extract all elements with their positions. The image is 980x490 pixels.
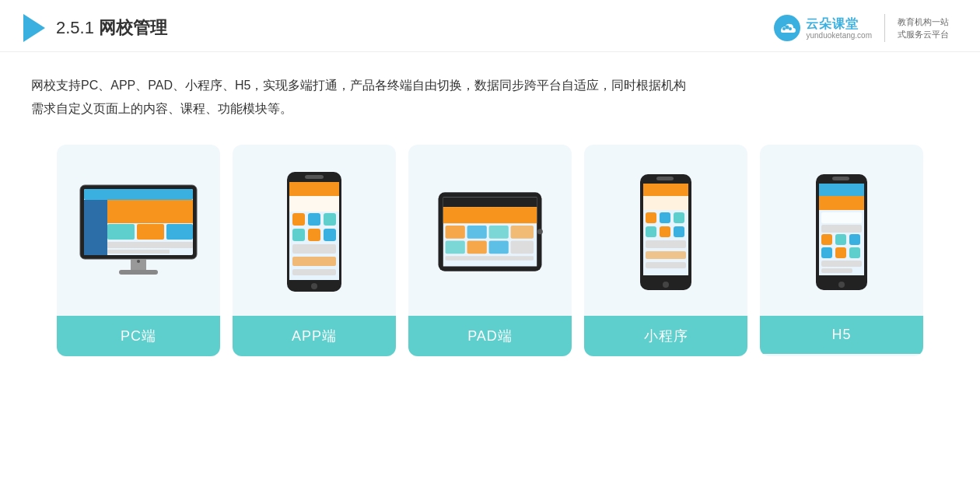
brand-slogan: 教育机构一站 式服务云平台	[898, 16, 949, 41]
svg-rect-22	[292, 213, 305, 226]
header-right: 云朵课堂 yunduoketang.com 教育机构一站 式服务云平台	[773, 14, 949, 42]
svg-rect-71	[835, 234, 846, 245]
svg-rect-29	[292, 257, 336, 266]
svg-rect-42	[446, 241, 465, 254]
svg-point-35	[537, 229, 543, 234]
svg-point-1	[782, 27, 786, 30]
svg-rect-57	[674, 226, 684, 237]
svg-rect-54	[674, 212, 684, 223]
svg-rect-77	[821, 268, 852, 273]
svg-rect-73	[821, 247, 832, 258]
svg-rect-72	[849, 234, 860, 245]
svg-rect-39	[467, 226, 487, 239]
svg-rect-37	[443, 207, 537, 223]
svg-rect-68	[821, 212, 862, 223]
svg-rect-25	[292, 229, 305, 241]
svg-rect-49	[656, 177, 674, 180]
card-h5-label: H5	[760, 316, 923, 354]
card-pad-label: PAD端	[408, 316, 572, 356]
svg-point-3	[789, 27, 792, 30]
svg-rect-11	[166, 224, 193, 240]
pad-mockup-icon	[436, 189, 544, 275]
svg-rect-46	[446, 256, 534, 261]
svg-rect-10	[137, 224, 164, 240]
svg-rect-12	[107, 242, 193, 248]
brand-name: 云朵课堂	[806, 16, 859, 31]
svg-point-2	[786, 26, 789, 30]
svg-rect-38	[446, 226, 465, 239]
header: 2.5.1 网校管理 云朵课堂 yunduoketang.com	[0, 0, 980, 52]
brand-divider	[884, 14, 885, 42]
card-pad: PAD端	[408, 145, 572, 356]
svg-rect-70	[821, 234, 832, 245]
svg-rect-58	[646, 240, 686, 248]
svg-rect-76	[821, 261, 862, 267]
svg-point-32	[311, 283, 317, 289]
svg-rect-55	[646, 226, 656, 237]
svg-rect-27	[324, 229, 336, 241]
svg-rect-66	[819, 184, 864, 196]
card-pc: PC端	[57, 145, 220, 356]
svg-rect-65	[832, 177, 849, 180]
svg-rect-7	[84, 200, 107, 255]
svg-rect-74	[835, 247, 846, 258]
card-pad-image	[408, 145, 572, 316]
svg-rect-9	[107, 224, 135, 240]
svg-rect-59	[646, 251, 686, 259]
svg-rect-56	[660, 226, 670, 237]
svg-rect-19	[305, 175, 324, 179]
svg-rect-28	[292, 244, 336, 254]
brand-text: 云朵课堂 yunduoketang.com	[806, 16, 872, 40]
brand-logo: 云朵课堂 yunduoketang.com	[773, 14, 872, 42]
card-h5-image	[760, 145, 923, 316]
svg-rect-30	[292, 269, 336, 275]
pc-mockup-icon	[76, 181, 201, 282]
svg-rect-13	[107, 250, 170, 254]
description: 网校支持PC、APP、PAD、小程序、H5，实现多端打通，产品各终端自由切换，数…	[0, 52, 980, 129]
svg-rect-69	[821, 225, 862, 233]
svg-rect-43	[467, 241, 487, 254]
page-title: 2.5.1 网校管理	[56, 16, 167, 40]
card-miniapp-label: 小程序	[584, 316, 747, 356]
svg-rect-67	[819, 196, 864, 210]
cloud-icon	[773, 14, 801, 42]
svg-rect-36	[443, 198, 537, 208]
svg-rect-44	[489, 241, 509, 254]
card-pc-label: PC端	[57, 316, 220, 356]
svg-rect-51	[643, 196, 688, 210]
svg-rect-53	[660, 212, 670, 223]
logo-triangle-icon	[23, 14, 45, 42]
svg-rect-45	[511, 241, 534, 254]
card-app-image	[233, 145, 396, 316]
svg-rect-41	[511, 226, 534, 239]
miniapp-phone-icon	[638, 172, 694, 292]
card-h5: H5	[760, 145, 923, 356]
svg-rect-20	[289, 182, 339, 196]
h5-phone-icon	[814, 172, 870, 292]
page-container: 2.5.1 网校管理 云朵课堂 yunduoketang.com	[0, 0, 980, 490]
header-left: 2.5.1 网校管理	[23, 14, 167, 42]
svg-rect-21	[289, 196, 339, 212]
cards-section: PC端	[0, 129, 980, 372]
svg-rect-15	[119, 270, 158, 275]
svg-point-62	[663, 282, 669, 288]
svg-rect-23	[308, 213, 320, 226]
svg-point-16	[137, 260, 140, 263]
brand-url: yunduoketang.com	[806, 31, 872, 40]
svg-rect-6	[84, 189, 193, 200]
description-line1: 网校支持PC、APP、PAD、小程序、H5，实现多端打通，产品各终端自由切换，数…	[31, 74, 949, 97]
app-phone-icon	[283, 170, 345, 294]
svg-rect-75	[849, 247, 860, 258]
card-app: APP端	[233, 145, 396, 356]
svg-point-78	[838, 282, 845, 288]
svg-rect-50	[643, 184, 688, 196]
svg-rect-8	[107, 200, 193, 223]
svg-rect-24	[324, 213, 336, 226]
svg-rect-40	[489, 226, 509, 239]
svg-rect-26	[308, 229, 320, 241]
svg-rect-52	[646, 212, 656, 223]
card-miniapp: 小程序	[584, 145, 747, 356]
svg-rect-60	[646, 262, 686, 268]
card-pc-image	[57, 145, 220, 316]
card-miniapp-image	[584, 145, 747, 316]
